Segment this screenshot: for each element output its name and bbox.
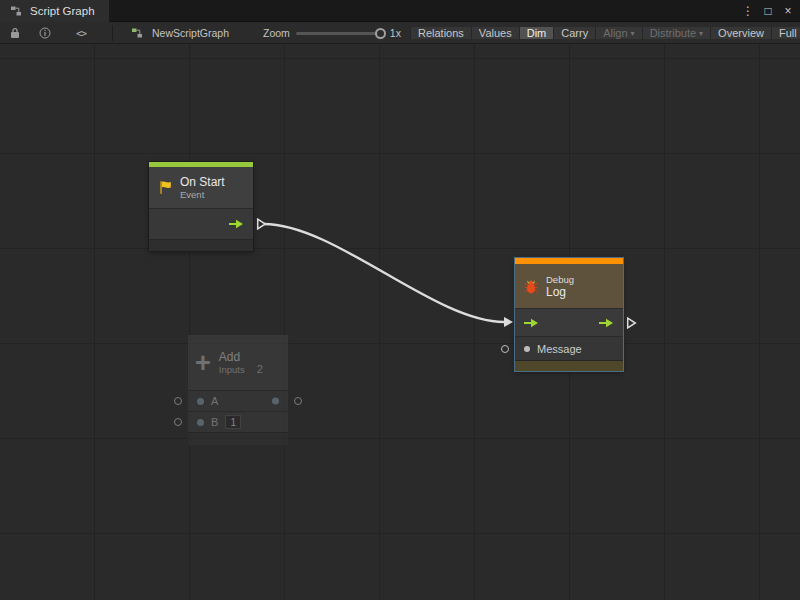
control-output-arrow-icon[interactable] <box>228 219 245 229</box>
flag-icon <box>156 179 174 197</box>
carry-button[interactable]: Carry <box>553 27 595 39</box>
overview-button[interactable]: Overview <box>710 27 771 39</box>
maximize-icon[interactable]: □ <box>760 2 776 20</box>
control-input-arrow-icon[interactable] <box>523 318 540 328</box>
node-category: Debug <box>546 274 574 285</box>
control-output-arrow-icon[interactable] <box>598 318 615 328</box>
add-header: + Add Inputs 2 <box>188 335 288 390</box>
output-sum-port[interactable] <box>294 397 302 405</box>
input-a-label: A <box>211 395 218 407</box>
on-start-port-row <box>149 208 253 239</box>
toolbar-separator <box>112 25 113 41</box>
debug-control-row <box>515 308 623 336</box>
plus-icon: + <box>195 350 211 376</box>
graph-toolbar: <> NewScriptGraph Zoom 1x Relations Valu… <box>0 22 800 44</box>
on-start-footer <box>149 239 253 251</box>
zoom-slider-handle[interactable] <box>375 28 386 39</box>
dim-button[interactable]: Dim <box>519 27 554 39</box>
debug-footer <box>515 360 623 371</box>
tab-title: Script Graph <box>30 5 95 17</box>
code-icon[interactable]: <> <box>76 28 86 39</box>
message-port-label: Message <box>537 343 582 355</box>
graph-canvas[interactable] <box>0 44 800 600</box>
align-button[interactable]: Align▾ <box>595 27 641 39</box>
node-title: On Start <box>180 175 225 189</box>
add-input-a-row: A <box>188 390 288 411</box>
lock-icon[interactable] <box>6 24 24 42</box>
message-input-port[interactable] <box>501 345 509 353</box>
message-port-dot-icon <box>524 346 530 352</box>
info-icon[interactable] <box>36 24 54 42</box>
add-footer <box>188 432 288 445</box>
zoom-value: 1x <box>390 27 401 39</box>
add-node[interactable]: + Add Inputs 2 A B 1 <box>188 335 288 445</box>
input-b-port[interactable] <box>174 418 182 426</box>
debug-message-row: Message <box>515 336 623 360</box>
graph-name[interactable]: NewScriptGraph <box>152 27 229 39</box>
input-b-label: B <box>211 416 218 428</box>
input-a-dot-icon <box>197 398 204 405</box>
input-b-value-field[interactable]: 1 <box>225 415 241 429</box>
node-title: Add <box>219 350 263 364</box>
graph-asset-icon <box>128 24 146 42</box>
debug-header: Debug Log <box>515 264 623 308</box>
tab-script-graph[interactable]: Script Graph <box>0 0 109 22</box>
node-subtitle: Event <box>180 189 225 200</box>
node-title: Log <box>546 285 574 299</box>
distribute-button[interactable]: Distribute▾ <box>642 27 710 39</box>
chevron-down-icon: ▾ <box>631 29 635 38</box>
window-controls: ⋮ □ × <box>740 2 800 20</box>
node-subtitle: Inputs <box>219 364 245 375</box>
title-bar: Script Graph ⋮ □ × <box>0 0 800 22</box>
close-icon[interactable]: × <box>780 2 796 20</box>
inputs-count[interactable]: 2 <box>257 364 263 375</box>
window-menu-icon[interactable]: ⋮ <box>740 2 756 20</box>
on-start-header: On Start Event <box>149 167 253 208</box>
input-a-port[interactable] <box>174 397 182 405</box>
bug-icon <box>522 277 540 295</box>
debug-log-node[interactable]: Debug Log Message <box>515 258 623 371</box>
output-port-triangle-icon[interactable] <box>256 218 267 231</box>
fullscreen-button[interactable]: Full S <box>771 27 800 39</box>
output-sum-dot-icon <box>272 398 279 405</box>
script-graph-window: Script Graph ⋮ □ × <> NewScriptGraph <box>0 0 800 600</box>
zoom-label: Zoom <box>263 27 290 39</box>
relations-button[interactable]: Relations <box>410 27 471 39</box>
add-input-b-row: B 1 <box>188 411 288 432</box>
zoom-slider[interactable] <box>296 32 384 35</box>
on-start-node[interactable]: On Start Event <box>149 162 253 251</box>
script-graph-icon <box>7 2 25 20</box>
chevron-down-icon: ▾ <box>699 29 703 38</box>
values-button[interactable]: Values <box>471 27 519 39</box>
output-port-triangle-icon[interactable] <box>626 316 637 329</box>
input-b-dot-icon <box>197 419 204 426</box>
